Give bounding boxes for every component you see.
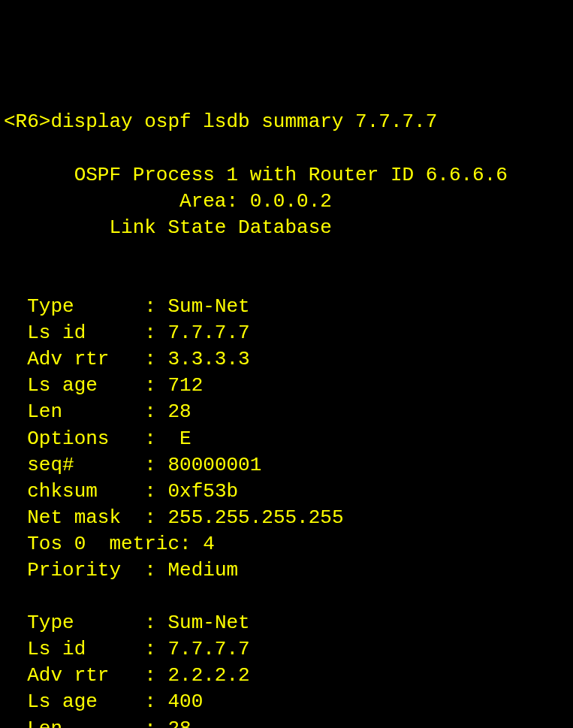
field-value: 28: [167, 717, 191, 728]
lsdb-title: Link State Database: [109, 216, 331, 239]
field-label: Len: [27, 717, 62, 728]
field-label: Len: [27, 400, 62, 423]
field-label: Adv rtr: [27, 348, 109, 370]
field-value: 7.7.7.7: [167, 322, 249, 344]
field-value: 0xf53b: [167, 480, 238, 503]
field-label: Ls id: [27, 638, 86, 660]
field-label: Type: [27, 612, 74, 634]
field-label: Type: [27, 295, 74, 318]
ospf-process-header: OSPF Process 1 with Router ID 6.6.6.6: [74, 164, 508, 186]
field-value: 28: [167, 400, 191, 423]
field-label: Tos 0 metric: 4: [27, 533, 215, 555]
field-value: 255.255.255.255: [167, 506, 343, 529]
field-label: Ls id: [27, 322, 86, 344]
field-label: Ls age: [27, 374, 98, 397]
field-label: chksum: [27, 480, 98, 503]
field-label: Priority: [27, 559, 121, 581]
field-value: 80000001: [167, 454, 261, 476]
field-value: 7.7.7.7: [167, 638, 249, 660]
field-value: Sum-Net: [167, 612, 249, 634]
field-value: 400: [167, 690, 203, 713]
field-label: seq#: [27, 454, 74, 476]
field-value: 3.3.3.3: [167, 348, 249, 370]
field-label: Net mask: [27, 506, 121, 529]
field-label: Ls age: [27, 690, 98, 713]
field-value: Sum-Net: [167, 295, 249, 318]
terminal-output: <R6>display ospf lsdb summary 7.7.7.7 OS…: [4, 109, 569, 728]
field-value: 2.2.2.2: [167, 664, 249, 687]
field-value: 712: [167, 374, 203, 397]
command-prompt[interactable]: <R6>display ospf lsdb summary 7.7.7.7: [4, 110, 437, 133]
ospf-area-header: Area: 0.0.0.2: [179, 190, 332, 213]
field-label: Adv rtr: [27, 664, 109, 687]
field-value: Medium: [167, 559, 238, 581]
field-label: Options: [27, 427, 109, 450]
field-value: E: [167, 427, 191, 450]
